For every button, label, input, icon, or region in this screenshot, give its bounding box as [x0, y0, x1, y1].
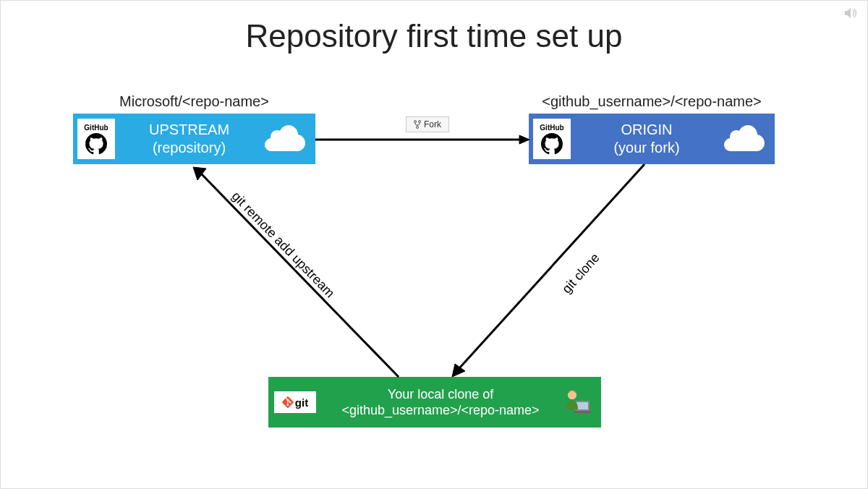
svg-marker-11	[452, 364, 465, 377]
svg-point-6	[419, 121, 421, 123]
upstream-title: UPSTREAM	[149, 122, 229, 137]
local-title: Your local clone of	[388, 387, 493, 401]
github-badge-upstream: GitHub	[77, 119, 115, 159]
clone-arrow	[449, 164, 652, 378]
git-icon	[282, 396, 294, 408]
origin-title: ORIGIN	[621, 122, 672, 137]
fork-arrow	[315, 132, 529, 147]
origin-subtitle: (your fork)	[613, 140, 679, 156]
svg-point-7	[417, 127, 419, 129]
svg-marker-9	[519, 135, 529, 144]
audio-icon	[844, 7, 859, 22]
git-badge-text: git	[295, 396, 308, 409]
svg-line-12	[202, 174, 399, 377]
octocat-icon	[541, 133, 563, 155]
origin-repo-label: <github_username>/<repo-name>	[529, 93, 775, 110]
local-box-text: Your local clone of <github_username>/<r…	[316, 386, 565, 419]
cloud-icon	[263, 123, 308, 155]
github-badge-text: GitHub	[84, 124, 108, 132]
slide-title: Repository first time set up	[1, 18, 867, 54]
svg-line-10	[459, 164, 644, 368]
octocat-icon	[85, 133, 107, 155]
local-subtitle: <github_username>/<repo-name>	[341, 403, 539, 417]
upstream-box: GitHub UPSTREAM (repository)	[73, 114, 315, 164]
svg-point-5	[414, 121, 417, 123]
git-badge: git	[274, 391, 316, 413]
upstream-box-text: UPSTREAM (repository)	[115, 121, 263, 157]
local-clone-box: git Your local clone of <github_username…	[268, 377, 601, 428]
fork-icon	[414, 120, 421, 129]
svg-rect-1	[576, 402, 588, 409]
svg-point-4	[568, 391, 576, 399]
user-computer-icon	[565, 388, 591, 417]
fork-button: Fork	[406, 116, 449, 132]
upstream-repo-label: Microsoft/<repo-name>	[73, 93, 315, 110]
cloud-icon	[723, 123, 767, 155]
github-badge-text: GitHub	[540, 124, 563, 132]
upstream-subtitle: (repository)	[153, 140, 226, 156]
fork-label: Fork	[424, 119, 441, 129]
origin-box-text: ORIGIN (your fork)	[571, 121, 723, 157]
github-badge-origin: GitHub	[533, 119, 571, 159]
origin-box: GitHub ORIGIN (your fork)	[529, 114, 775, 164]
svg-rect-2	[574, 411, 591, 413]
